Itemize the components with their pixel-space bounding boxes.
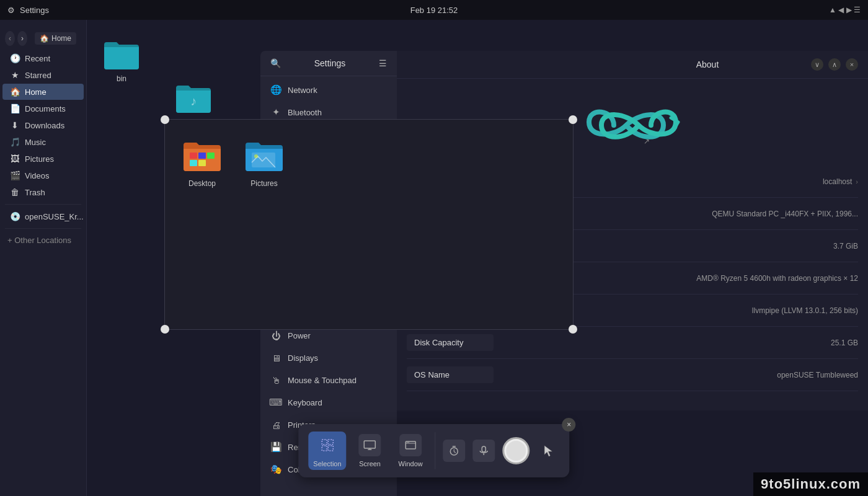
documents-icon: 📄 bbox=[10, 104, 20, 113]
sidebar-item-home[interactable]: 🏠 Home bbox=[2, 84, 84, 100]
music-icon: 🎵 bbox=[10, 137, 20, 147]
sidebar-item-other-locations[interactable]: + Other Locations bbox=[0, 232, 86, 248]
folder-desktop[interactable]: Desktop bbox=[177, 132, 227, 188]
settings-item-power-label: Power bbox=[288, 331, 311, 340]
folder-pictures[interactable]: Pictures bbox=[239, 132, 289, 188]
fm-breadcrumb: 🏠 Home bbox=[35, 32, 76, 45]
graphics-text: llvmpipe (LLVM 13.0.1, 256 bits) bbox=[752, 306, 858, 315]
sidebar-item-starred[interactable]: ★ Starred bbox=[2, 67, 84, 83]
settings-item-displays-label: Displays bbox=[288, 353, 318, 363]
trash-icon: 🗑 bbox=[10, 187, 20, 197]
svg-rect-19 bbox=[482, 446, 486, 452]
screenshot-microphone-button[interactable] bbox=[473, 440, 495, 462]
sidebar-item-mount[interactable]: 💿 openSUSE_Kr... ⏏ bbox=[2, 208, 84, 224]
about-row-os-name: OS Name openSUSE Tumbleweed bbox=[407, 359, 858, 391]
svg-rect-14 bbox=[365, 441, 376, 448]
fm-back-button[interactable]: ‹ bbox=[5, 31, 15, 46]
sidebar-item-recent[interactable]: 🕐 Recent bbox=[2, 50, 84, 66]
device-name-text: localhost bbox=[823, 177, 852, 186]
record-inner-circle bbox=[507, 441, 526, 461]
sidebar-item-music[interactable]: 🎵 Music bbox=[2, 134, 84, 150]
printers-icon: 🖨 bbox=[270, 419, 281, 430]
fm-forward-button[interactable]: › bbox=[17, 31, 27, 46]
settings-item-keyboard[interactable]: ⌨ Keyboard bbox=[260, 391, 397, 414]
settings-item-mouse-touchpad[interactable]: 🖱 Mouse & Touchpad bbox=[260, 369, 397, 391]
folder-pictures-label: Pictures bbox=[250, 179, 277, 188]
sidebar-item-trash[interactable]: 🗑 Trash bbox=[2, 184, 84, 200]
about-row-os-name-label: OS Name bbox=[407, 366, 494, 383]
screenshot-timer-button[interactable] bbox=[443, 440, 466, 462]
bluetooth-icon: ✦ bbox=[270, 107, 281, 118]
about-header-btns: ∨ ∧ × bbox=[811, 58, 858, 71]
screenshot-cursor-button[interactable] bbox=[538, 440, 560, 462]
sidebar-item-home-label: Home bbox=[25, 87, 46, 97]
corner-dot-br[interactable] bbox=[569, 325, 577, 334]
folder-desktop-label: Desktop bbox=[188, 179, 216, 188]
corner-dot-tl[interactable] bbox=[161, 115, 169, 124]
mount-icon: 💿 bbox=[10, 211, 20, 221]
about-maximize-button[interactable]: ∧ bbox=[828, 58, 841, 71]
sidebar-item-recent-label: Recent bbox=[25, 54, 50, 63]
starred-icon: ★ bbox=[10, 70, 20, 80]
settings-item-network-label: Network bbox=[288, 86, 317, 95]
about-logo-svg: ↗ bbox=[564, 97, 701, 153]
mouse-icon: 🖱 bbox=[270, 374, 281, 386]
folder-overlay: Desktop Pictures bbox=[164, 119, 574, 330]
about-row-disk-capacity: Disk Capacity 25.1 GB bbox=[407, 327, 858, 359]
watermark-text: 9to5linux.com bbox=[761, 476, 861, 492]
screenshot-record-button[interactable] bbox=[503, 437, 530, 464]
corner-dot-tr[interactable] bbox=[569, 115, 577, 124]
settings-hamburger-icon[interactable]: ☰ bbox=[379, 58, 387, 68]
tray-icons: ▲ ◀ ▶ ☰ bbox=[829, 6, 861, 14]
about-row-hardware-model-value: QEMU Standard PC _i440FX + PIIX, 1996... bbox=[712, 210, 858, 218]
fm-nav-btns: ‹ › 🏠 Home bbox=[0, 25, 86, 50]
home-folder-icon: 🏠 bbox=[10, 87, 20, 97]
other-locations-label: + Other Locations bbox=[7, 236, 71, 245]
screenshot-screen-button[interactable]: Screen bbox=[354, 432, 386, 470]
sidebar-item-downloads[interactable]: ⬇ Downloads bbox=[2, 117, 84, 133]
about-row-memory-value: 3.7 GiB bbox=[833, 242, 858, 250]
about-close-button[interactable]: × bbox=[846, 58, 858, 71]
about-row-device-name-value[interactable]: localhost › bbox=[823, 177, 858, 186]
fm-sidebar: ‹ › 🏠 Home 🕐 Recent ★ Starred 🏠 Home 📄 D… bbox=[0, 20, 87, 496]
hardware-model-text: QEMU Standard PC _i440FX + PIIX, 1996... bbox=[712, 210, 858, 218]
settings-gear-icon: ⚙ bbox=[7, 6, 15, 15]
about-row-disk-capacity-label: Disk Capacity bbox=[407, 334, 494, 351]
sc-divider bbox=[435, 432, 436, 469]
topbar: ⚙ Settings Feb 19 21:52 ▲ ◀ ▶ ☰ bbox=[0, 0, 868, 20]
settings-search-icon[interactable]: 🔍 bbox=[270, 58, 281, 68]
home-icon: 🏠 bbox=[40, 34, 49, 43]
svg-point-16 bbox=[407, 442, 408, 443]
sidebar-item-music-label: Music bbox=[25, 138, 46, 147]
sidebar-item-documents[interactable]: 📄 Documents bbox=[2, 100, 84, 117]
sidebar-item-pictures-label: Pictures bbox=[25, 154, 54, 164]
downloads-icon: ⬇ bbox=[10, 120, 20, 130]
screen-icon bbox=[359, 434, 381, 456]
svg-point-17 bbox=[408, 442, 409, 443]
svg-rect-3 bbox=[198, 153, 206, 159]
settings-item-mouse-touchpad-label: Mouse & Touchpad bbox=[288, 376, 356, 385]
memory-text: 3.7 GiB bbox=[833, 242, 858, 250]
corner-dot-bl[interactable] bbox=[161, 325, 169, 334]
sidebar-item-videos-label: Videos bbox=[25, 171, 50, 180]
sidebar-item-pictures[interactable]: 🖼 Pictures bbox=[2, 151, 84, 167]
screenshot-tool: × Selection Screen bbox=[298, 424, 569, 477]
sidebar-item-videos[interactable]: 🎬 Videos bbox=[2, 167, 84, 184]
screenshot-selection-button[interactable]: Selection bbox=[308, 432, 346, 470]
sidebar-item-starred-label: Starred bbox=[25, 71, 51, 80]
sidebar-item-trash-label: Trash bbox=[25, 188, 45, 197]
svg-rect-5 bbox=[190, 160, 197, 166]
screenshot-screen-label: Screen bbox=[359, 460, 381, 467]
topbar-left: ⚙ Settings bbox=[7, 6, 49, 15]
about-minimize-button[interactable]: ∨ bbox=[811, 58, 823, 71]
folder-bin[interactable]: bin bbox=[97, 36, 146, 176]
settings-header: 🔍 Settings ☰ bbox=[260, 51, 397, 76]
sidebar-item-documents-label: Documents bbox=[25, 104, 66, 113]
settings-item-keyboard-label: Keyboard bbox=[288, 398, 322, 407]
about-title: About bbox=[609, 60, 806, 69]
settings-item-displays[interactable]: 🖥 Displays bbox=[260, 347, 397, 369]
about-row-os-name-value: openSUSE Tumbleweed bbox=[777, 371, 858, 379]
screenshot-window-button[interactable]: Window bbox=[394, 432, 428, 470]
window-icon bbox=[399, 434, 422, 456]
settings-item-network[interactable]: 🌐 Network bbox=[260, 79, 397, 101]
